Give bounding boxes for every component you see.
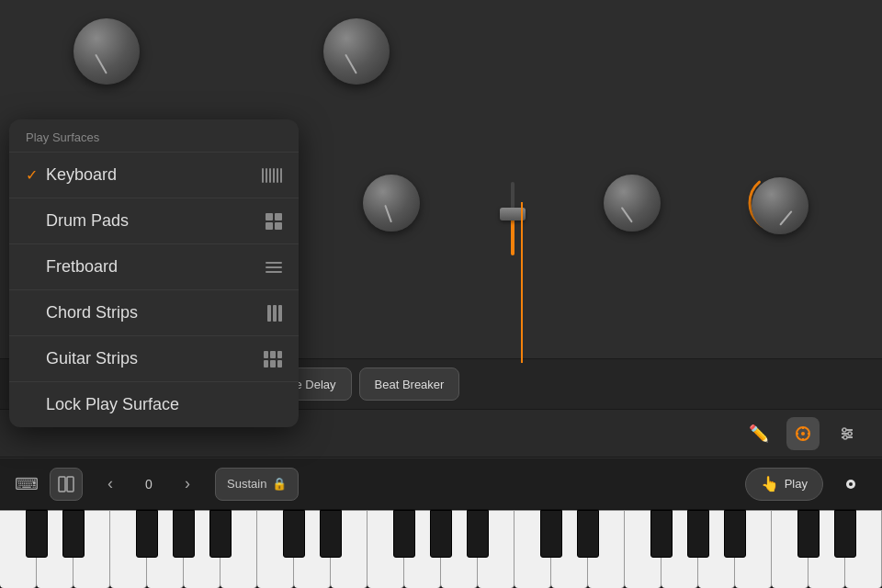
menu-item-keyboard[interactable]: ✓ Keyboard [9,153,299,198]
white-key[interactable] [698,510,735,588]
svg-rect-20 [273,168,275,183]
knob-1[interactable] [74,18,140,85]
svg-point-10 [842,428,846,432]
record-button[interactable] [834,468,867,501]
svg-rect-21 [277,168,278,183]
white-key[interactable] [588,510,625,588]
nav-back-button[interactable]: ‹ [94,468,127,501]
chord-strips-icon [254,305,282,322]
menu-header: Play Surfaces [9,119,299,153]
menu-item-guitar-strips[interactable]: Guitar Strips [9,336,299,381]
white-key[interactable] [368,510,404,588]
edit-button[interactable]: ✏️ [742,417,775,450]
svg-point-11 [848,432,852,435]
menu-item-drum-pads[interactable]: Drum Pads [9,198,299,243]
checkmark-keyboard: ✓ [26,166,46,184]
orange-line [521,202,523,363]
menu-item-lock-play-surface[interactable]: Lock Play Surface [9,382,299,427]
sustain-button[interactable]: Sustain 🔒 [215,468,299,501]
white-key[interactable] [331,510,368,588]
beat-breaker-button[interactable]: Beat Breaker [359,368,460,401]
slider-fill [511,219,514,255]
svg-point-2 [801,432,805,435]
layout-toggle-button[interactable] [50,468,83,501]
guitar-strips-icon [254,351,282,368]
menu-item-chord-strips[interactable]: Chord Strips [9,290,299,335]
white-key[interactable] [808,510,845,588]
cutoff-lfo-knob[interactable] [604,175,661,232]
svg-point-12 [843,435,847,439]
filter-keyscale-slider[interactable] [511,182,514,255]
nav-number: 0 [138,477,160,492]
view-button[interactable] [786,417,820,450]
play-button[interactable]: 👆 Play [745,468,823,501]
svg-rect-18 [266,168,267,183]
white-key[interactable] [551,510,588,588]
play-surfaces-menu: Play Surfaces ✓ Keyboard Drum Pads [9,119,299,427]
filter-fm-drive-knob[interactable] [363,175,420,232]
fretboard-icon [254,262,282,273]
lock-play-surface-label: Lock Play Surface [46,395,282,414]
white-key[interactable] [37,510,74,588]
drum-pads-label: Drum Pads [46,211,254,231]
keyboard-icon [254,168,282,183]
white-key[interactable] [147,510,184,588]
settings-button[interactable] [831,417,864,450]
white-key[interactable] [257,510,294,588]
keyboard-icon-bottom[interactable]: ⌨ [15,474,39,494]
svg-point-16 [849,482,853,486]
white-key[interactable] [772,510,808,588]
white-key[interactable] [625,510,662,588]
white-key[interactable] [441,510,478,588]
knob-2[interactable] [323,18,390,85]
svg-rect-13 [59,477,65,492]
menu-item-fretboard[interactable]: Fretboard [9,244,299,289]
white-key[interactable] [0,510,37,588]
cutoff-env-knob [752,177,808,234]
lock-icon: 🔒 [272,477,287,491]
fretboard-label: Fretboard [46,257,254,277]
sustain-label: Sustain [227,477,266,491]
piano-keys [0,510,882,588]
white-key[interactable] [74,510,110,588]
white-key[interactable] [294,510,331,588]
svg-rect-17 [262,168,264,183]
svg-rect-14 [67,477,74,492]
white-key[interactable] [735,510,772,588]
white-key[interactable] [662,510,698,588]
white-key[interactable] [845,510,882,588]
bottom-bar: ⌨ ‹ 0 › Sustain 🔒 👆 Play [0,458,882,510]
guitar-strips-label: Guitar Strips [46,349,254,368]
svg-rect-19 [269,168,271,183]
white-key[interactable] [404,510,441,588]
white-key[interactable] [514,510,551,588]
chord-strips-label: Chord Strips [46,303,254,322]
hand-icon: 👆 [761,475,779,492]
keyboard-label: Keyboard [46,165,254,185]
nav-forward-button[interactable]: › [171,468,204,501]
white-key[interactable] [184,510,220,588]
play-label: Play [785,477,808,491]
white-key[interactable] [478,510,514,588]
drum-pads-icon [254,213,282,230]
white-key[interactable] [220,510,257,588]
white-key[interactable] [110,510,147,588]
svg-rect-22 [280,168,282,183]
